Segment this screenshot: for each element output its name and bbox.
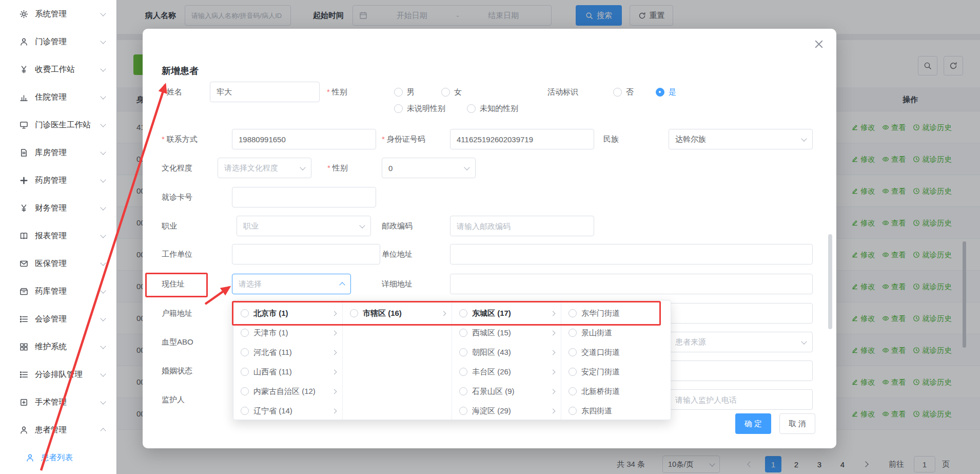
cascader-option[interactable]: 市辖区 (16) <box>343 304 452 323</box>
sidebar-item-insurance-management[interactable]: 医保管理 <box>0 250 116 277</box>
sidebar-item-label: 住院管理 <box>35 92 94 103</box>
cascader-option[interactable]: 辽宁省 (14) <box>233 401 342 420</box>
radio-active-yes[interactable]: 是 <box>656 82 676 102</box>
radio-icon[interactable] <box>241 348 249 356</box>
cascader-column-4: 东华门街道景山街道交道口街道安定门街道北新桥街道东四街道 <box>561 300 671 420</box>
radio-icon[interactable] <box>241 309 249 317</box>
book-icon <box>19 232 28 240</box>
dialog-scrollbar[interactable] <box>828 234 832 329</box>
cascader-option[interactable]: 东城区 (17) <box>452 304 561 323</box>
sidebar-item-system-management[interactable]: 系统管理 <box>0 0 116 28</box>
sidebar-item-consultation-management[interactable]: 会诊管理 <box>0 305 116 333</box>
chevron-down-icon <box>100 288 106 293</box>
cascader-option[interactable]: 东四街道 <box>561 401 671 420</box>
cascader-option[interactable]: 海淀区 (29) <box>452 401 561 420</box>
postcode-label: 邮政编码 <box>382 216 413 236</box>
cascader-option[interactable]: 天津市 (1) <box>233 323 342 343</box>
current-address-select[interactable]: 请选择 <box>232 274 351 294</box>
bar-chart-icon <box>19 93 28 102</box>
sidebar-item-drugstore-management[interactable]: 药库管理 <box>0 277 116 305</box>
id-number-input[interactable] <box>450 129 594 149</box>
radio-icon[interactable] <box>241 329 249 337</box>
chevron-down-icon <box>100 93 106 99</box>
radio-icon[interactable] <box>569 329 577 337</box>
cascader-option[interactable]: 东华门街道 <box>561 304 671 323</box>
gender2-select[interactable]: 0 <box>382 158 476 178</box>
radio-icon[interactable] <box>241 407 249 415</box>
cascader-option[interactable]: 石景山区 (9) <box>452 382 561 401</box>
cascader-option[interactable]: 山西省 (11) <box>233 362 342 382</box>
cascader-option[interactable]: 安定门街道 <box>561 362 671 382</box>
radio-active-no[interactable]: 否 <box>613 82 634 102</box>
radio-icon[interactable] <box>569 387 577 395</box>
cascader-option[interactable]: 北新桥街道 <box>561 382 671 401</box>
radio-icon[interactable] <box>350 309 358 317</box>
chevron-right-icon <box>332 369 337 374</box>
cascader-column-2: 市辖区 (16) <box>343 300 452 420</box>
cascader-option[interactable]: 河北省 (11) <box>233 343 342 362</box>
chevron-down-icon <box>100 315 106 321</box>
sidebar-item-outpatient-doctor-workstation[interactable]: 门诊医生工作站 <box>0 111 116 139</box>
radio-icon[interactable] <box>459 329 467 337</box>
chevron-down-icon <box>100 399 106 404</box>
radio-icon[interactable] <box>459 348 467 356</box>
postcode-input[interactable] <box>450 216 594 236</box>
sidebar-item-finance-management[interactable]: 财务管理 <box>0 194 116 222</box>
radio-icon[interactable] <box>459 387 467 395</box>
radio-icon <box>394 88 403 97</box>
radio-icon[interactable] <box>569 407 577 415</box>
guardian-label: 监护人 <box>162 389 185 410</box>
radio-gender-unknown[interactable]: 未知的性别 <box>467 101 518 116</box>
radio-icon[interactable] <box>459 407 467 415</box>
cascader-option[interactable]: 景山街道 <box>561 323 671 343</box>
name-input[interactable] <box>210 82 320 102</box>
detail-address-input[interactable] <box>450 274 813 294</box>
ethnic-select[interactable]: 达斡尔族 <box>669 129 813 149</box>
occupation-select[interactable]: 职业 <box>237 216 371 236</box>
work-unit-input[interactable] <box>232 244 380 264</box>
radio-female[interactable]: 女 <box>441 82 462 102</box>
ethnic-label: 民族 <box>603 129 619 149</box>
sidebar-item-triage-queue-management[interactable]: 分诊排队管理 <box>0 361 116 388</box>
radio-icon[interactable] <box>241 368 249 376</box>
cascader-option[interactable]: 西城区 (15) <box>452 323 561 343</box>
radio-icon[interactable] <box>241 387 249 395</box>
sidebar-item-report-management[interactable]: 报表管理 <box>0 222 116 250</box>
sidebar-item-patient-management[interactable]: 患者管理 <box>0 416 116 444</box>
radio-icon[interactable] <box>569 309 577 317</box>
radio-icon[interactable] <box>459 309 467 317</box>
radio-icon[interactable] <box>569 368 577 376</box>
radio-icon[interactable] <box>569 348 577 356</box>
sidebar: 系统管理门诊管理收费工作站住院管理门诊医生工作站库房管理药房管理财务管理报表管理… <box>0 0 117 474</box>
sidebar-item-charge-workstation[interactable]: 收费工作站 <box>0 55 116 83</box>
radio-gender-unstated[interactable]: 未说明性别 <box>394 101 445 116</box>
yen-icon <box>19 204 28 213</box>
sidebar-item-outpatient-management[interactable]: 门诊管理 <box>0 28 116 55</box>
cascader-option[interactable]: 朝阳区 (43) <box>452 343 561 362</box>
sidebar-item-pharmacy-management[interactable]: 药房管理 <box>0 166 116 194</box>
patient-source-select[interactable]: 患者来源 <box>669 332 813 352</box>
sidebar-item-patient-list[interactable]: 患者列表 <box>0 444 116 471</box>
education-select[interactable]: 请选择文化程度 <box>218 158 311 178</box>
sidebar-item-surgery-management[interactable]: 手术管理 <box>0 388 116 416</box>
sidebar-item-maintenance-system[interactable]: 维护系统 <box>0 333 116 361</box>
cascader-option[interactable]: 丰台区 (26) <box>452 362 561 382</box>
marital-status-label: 婚姻状态 <box>162 361 192 381</box>
sidebar-item-label: 手术管理 <box>35 397 94 408</box>
visit-card-input[interactable] <box>232 187 376 207</box>
cascader-option[interactable]: 北京市 (1) <box>233 304 342 323</box>
chevron-down-icon <box>100 343 106 349</box>
unit-address-input[interactable] <box>450 244 813 264</box>
cascader-option[interactable]: 交道口街道 <box>561 343 671 362</box>
cascader-option[interactable]: 内蒙古自治区 (12) <box>233 382 342 401</box>
guardian-phone-input[interactable] <box>669 389 813 410</box>
cancel-button[interactable]: 取 消 <box>779 413 815 434</box>
confirm-button[interactable]: 确 定 <box>735 413 771 434</box>
sidebar-item-inpatient-management[interactable]: 住院管理 <box>0 83 116 111</box>
radio-icon[interactable] <box>459 368 467 376</box>
contact-input[interactable] <box>232 129 376 149</box>
close-icon[interactable] <box>814 39 824 49</box>
sidebar-item-warehouse-management[interactable]: 库房管理 <box>0 139 116 166</box>
radio-male[interactable]: 男 <box>394 82 415 102</box>
chevron-down-icon <box>464 164 469 170</box>
